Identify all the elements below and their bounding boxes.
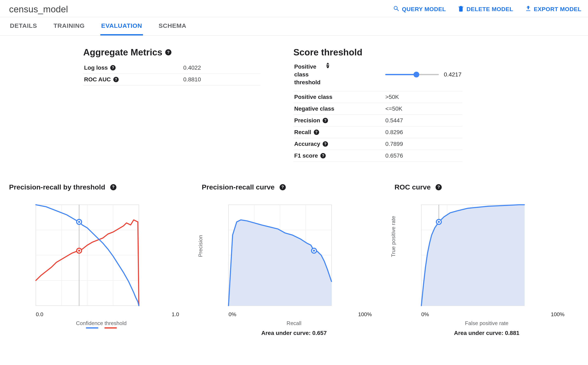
- tab-training[interactable]: TRAINING: [53, 17, 85, 35]
- pos-class-label: Positive class: [294, 94, 332, 100]
- pr-curve-svg: [202, 203, 342, 310]
- row-positive-class: Positive class >50K: [293, 91, 462, 103]
- pr-threshold-svg: [9, 203, 149, 310]
- svg-point-11: [78, 221, 80, 223]
- trash-icon: [457, 5, 464, 14]
- pr-curve-ylabel: Precision: [197, 235, 204, 257]
- f1-label: F1 score: [294, 152, 318, 159]
- neg-class-label: Negative class: [294, 105, 334, 112]
- query-model-button[interactable]: QUERY MODEL: [393, 5, 446, 14]
- recall-value: 0.8296: [385, 126, 462, 138]
- aggregate-title-row: Aggregate Metrics ?: [83, 47, 260, 57]
- help-icon[interactable]: ?: [323, 118, 328, 123]
- aggregate-table: Log loss ? 0.4022 ROC AUC ? 0.8810: [83, 62, 260, 85]
- export-model-label: EXPORT MODEL: [534, 6, 581, 13]
- log-loss-value: 0.4022: [182, 62, 260, 74]
- tabs: DETAILS TRAINING EVALUATION SCHEMA: [0, 17, 588, 36]
- log-loss-label: Log loss: [84, 64, 108, 71]
- help-icon[interactable]: ?: [165, 49, 171, 56]
- help-icon[interactable]: ?: [110, 184, 116, 190]
- delete-model-button[interactable]: DELETE MODEL: [457, 5, 513, 14]
- help-icon[interactable]: ?: [110, 65, 116, 70]
- score-threshold: Score threshold Positive class threshold…: [293, 47, 462, 162]
- roc-auc-label: ROC AUC: [84, 76, 111, 83]
- help-icon[interactable]: ?: [314, 130, 319, 135]
- model-title: census_model: [9, 4, 68, 14]
- f1-value: 0.6576: [385, 150, 462, 162]
- legend-precision-swatch: [105, 327, 117, 329]
- header-actions: QUERY MODEL DELETE MODEL EXPORT MODEL: [393, 5, 581, 14]
- roc-auc-value: 0.8810: [182, 74, 260, 85]
- pr-threshold-xlabel: Confidence threshold: [9, 320, 193, 326]
- tab-schema[interactable]: SCHEMA: [158, 17, 187, 35]
- row-threshold-slider: Positive class threshold ? 0.4217: [293, 62, 462, 91]
- header-bar: census_model QUERY MODEL DELETE MODEL EX…: [0, 0, 588, 17]
- svg-point-20: [313, 250, 315, 252]
- charts-row: Precision-recall by threshold ? 0.0 1.0 …: [0, 167, 588, 340]
- export-model-button[interactable]: EXPORT MODEL: [525, 5, 581, 14]
- delete-model-label: DELETE MODEL: [466, 6, 513, 13]
- accuracy-label: Accuracy: [294, 141, 320, 147]
- pr-curve-chart: Precision-recall curve ? Precision 0% 10…: [202, 183, 386, 336]
- roc-title: ROC curve: [395, 183, 431, 191]
- roc-chart: ROC curve ? True positive rate 0% 100% F…: [395, 183, 579, 336]
- xtick-0: 0%: [421, 311, 429, 318]
- neg-class-value: <=50K: [385, 103, 462, 115]
- row-negative-class: Negative class <=50K: [293, 103, 462, 115]
- pr-threshold-title: Precision-recall by threshold: [9, 183, 105, 191]
- pr-curve-xlabel: Recall: [202, 320, 386, 326]
- xtick-1: 100%: [551, 311, 565, 318]
- row-recall: Recall? 0.8296: [293, 126, 462, 138]
- recall-label: Recall: [294, 129, 311, 135]
- roc-xlabel: False positive rate: [395, 320, 579, 326]
- roc-auc-label: Area under curve: 0.881: [395, 330, 579, 336]
- row-roc-auc: ROC AUC ? 0.8810: [83, 74, 260, 85]
- row-log-loss: Log loss ? 0.4022: [83, 62, 260, 74]
- query-model-label: QUERY MODEL: [402, 6, 446, 13]
- aggregate-metrics: Aggregate Metrics ? Log loss ? 0.4022 RO…: [83, 47, 260, 162]
- precision-label: Precision: [294, 117, 320, 124]
- slider-fill: [385, 74, 416, 75]
- help-icon[interactable]: ?: [323, 141, 328, 147]
- help-icon[interactable]: ?: [113, 77, 119, 82]
- aggregate-title: Aggregate Metrics: [83, 47, 162, 57]
- xtick-0: 0%: [229, 311, 236, 318]
- pos-class-value: >50K: [385, 91, 462, 103]
- accuracy-value: 0.7899: [385, 138, 462, 150]
- threshold-table: Positive class threshold ? 0.4217 Positi…: [293, 62, 462, 162]
- pr-curve-auc: Area under curve: 0.657: [202, 330, 386, 336]
- pr-curve-title: Precision-recall curve: [202, 183, 274, 191]
- pr-threshold-chart: Precision-recall by threshold ? 0.0 1.0 …: [9, 183, 193, 329]
- tab-details[interactable]: DETAILS: [9, 17, 38, 35]
- legend-recall-swatch: [86, 327, 98, 329]
- help-icon[interactable]: ?: [280, 184, 286, 190]
- slider-track[interactable]: [385, 74, 439, 75]
- search-icon: [393, 5, 400, 14]
- xtick-1: 1.0: [172, 311, 179, 318]
- threshold-slider[interactable]: 0.4217: [385, 71, 462, 78]
- precision-value: 0.5447: [385, 115, 462, 126]
- xtick-1: 100%: [358, 311, 372, 318]
- row-precision: Precision? 0.5447: [293, 115, 462, 126]
- xtick-0: 0.0: [36, 311, 43, 318]
- svg-point-30: [438, 221, 440, 223]
- metrics-section: Aggregate Metrics ? Log loss ? 0.4022 RO…: [0, 36, 588, 167]
- row-accuracy: Accuracy? 0.7899: [293, 138, 462, 150]
- row-f1: F1 score? 0.6576: [293, 150, 462, 162]
- threshold-slider-value: 0.4217: [444, 71, 462, 78]
- threshold-slider-label: Positive class threshold: [294, 63, 324, 86]
- slider-thumb[interactable]: [413, 72, 419, 77]
- help-icon[interactable]: ?: [327, 63, 329, 68]
- help-icon[interactable]: ?: [435, 184, 442, 190]
- tab-evaluation[interactable]: EVALUATION: [100, 17, 143, 35]
- upload-icon: [525, 5, 532, 14]
- pr-threshold-legend: [9, 327, 193, 329]
- threshold-title: Score threshold: [293, 47, 462, 57]
- help-icon[interactable]: ?: [320, 153, 326, 158]
- svg-point-9: [78, 250, 80, 252]
- roc-ylabel: True positive rate: [390, 216, 396, 257]
- roc-svg: [395, 203, 535, 310]
